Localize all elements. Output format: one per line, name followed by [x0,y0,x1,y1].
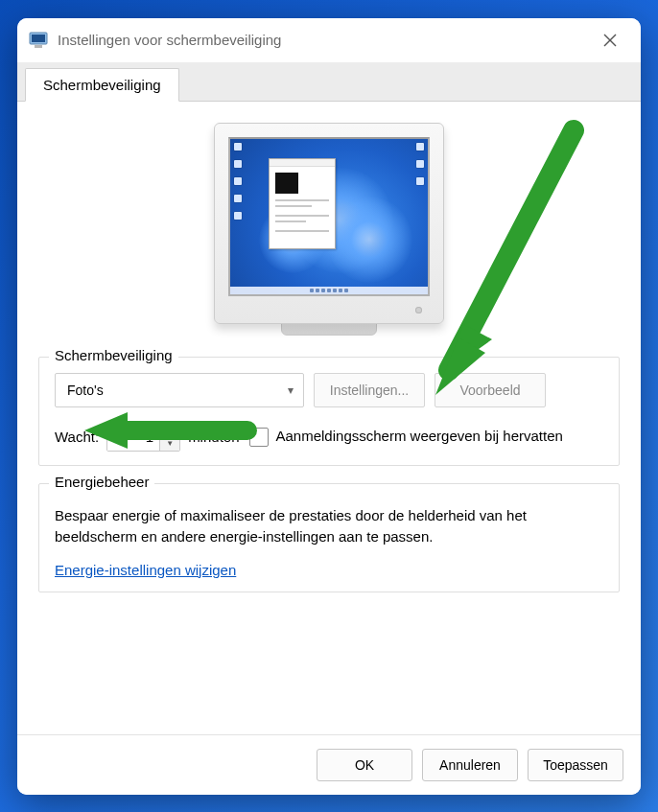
screensaver-group: Schermbeveiliging Foto's ▾ Instellingen.… [38,357,620,466]
dialog-content: Schermbeveiliging Foto's ▾ Instellingen.… [17,102,641,734]
close-icon [603,34,617,47]
screensaver-dropdown-value: Foto's [67,383,104,398]
chevron-down-icon: ▾ [288,383,294,397]
window-title: Instellingen voor schermbeveiliging [58,32,591,48]
svg-rect-1 [32,35,45,42]
energy-settings-link[interactable]: Energie-instellingen wijzigen [55,562,236,578]
wait-label: Wacht: [55,429,99,445]
screensaver-dropdown[interactable]: Foto's ▾ [55,373,304,407]
close-button[interactable] [591,26,629,55]
wait-value-input[interactable] [107,424,159,451]
svg-rect-2 [35,45,42,48]
cancel-button[interactable]: Annuleren [422,749,518,781]
app-icon [29,31,48,50]
settings-button[interactable]: Instellingen... [314,373,425,407]
energy-description: Bespaar energie of maximaliseer de prest… [55,505,603,548]
ok-button[interactable]: OK [317,749,412,781]
wait-spinner[interactable]: ▲ ▼ [106,423,180,452]
apply-button[interactable]: Toepassen [528,749,623,781]
resume-login-checkbox[interactable] [249,428,269,447]
titlebar: Instellingen voor schermbeveiliging [17,18,641,62]
preview-inner-window [269,158,336,249]
wait-spinner-down[interactable]: ▼ [160,437,179,451]
wait-unit-label: minuten [188,429,239,445]
resume-login-label: Aanmeldingsscherm weergeven bij hervatte… [276,428,563,446]
tab-bar: Schermbeveiliging [17,62,641,102]
preview-area [38,123,620,336]
energy-group-label: Energiebeheer [49,474,154,490]
tab-screensaver[interactable]: Schermbeveiliging [25,68,179,102]
screensaver-group-label: Schermbeveiliging [49,347,178,363]
wait-spinner-up[interactable]: ▲ [160,424,179,437]
preview-button[interactable]: Voorbeeld [435,373,546,407]
energy-group: Energiebeheer Bespaar energie of maximal… [38,483,620,592]
screensaver-settings-dialog: Instellingen voor schermbeveiliging Sche… [17,18,641,795]
monitor-preview [214,123,444,336]
dialog-footer: OK Annuleren Toepassen [17,734,641,795]
